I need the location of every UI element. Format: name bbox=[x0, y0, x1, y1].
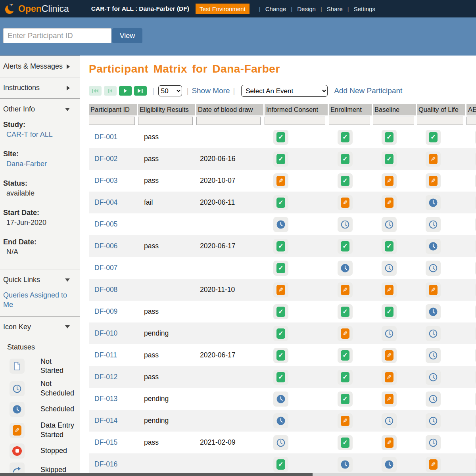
not-scheduled-status-box[interactable] bbox=[426, 348, 441, 363]
column-header-ae[interactable]: AE bbox=[466, 104, 476, 115]
complete-status-box[interactable]: ✓ bbox=[273, 370, 288, 385]
data-entry-started-status-box[interactable]: ✎ bbox=[426, 173, 441, 188]
complete-status-box[interactable]: ✓ bbox=[273, 261, 288, 276]
sidebar-item-other-info[interactable]: Other Info bbox=[0, 99, 80, 120]
sidebar-item-icon-key[interactable]: Icon Key bbox=[0, 317, 80, 338]
not-scheduled-status-box[interactable] bbox=[426, 392, 441, 407]
not-scheduled-status-box[interactable] bbox=[338, 217, 353, 232]
add-new-participant-link[interactable]: Add New Participant bbox=[334, 86, 402, 95]
not-scheduled-status-box[interactable] bbox=[426, 217, 441, 232]
data-entry-started-status-box[interactable]: ✎ bbox=[382, 392, 397, 407]
column-filter-input[interactable] bbox=[138, 117, 193, 125]
complete-status-box[interactable]: ✓ bbox=[273, 152, 288, 167]
complete-status-box[interactable]: ✓ bbox=[273, 239, 288, 254]
site-link[interactable]: Dana-Farber bbox=[6, 160, 77, 168]
column-filter-input[interactable] bbox=[265, 117, 325, 125]
data-entry-started-status-box[interactable]: ✎ bbox=[338, 282, 353, 298]
data-entry-started-status-box[interactable]: ✎ bbox=[338, 195, 353, 210]
column-filter-input[interactable] bbox=[196, 117, 261, 125]
scheduled-status-box[interactable] bbox=[273, 392, 288, 407]
scheduled-status-box[interactable] bbox=[273, 217, 288, 232]
complete-status-box[interactable]: ✓ bbox=[338, 173, 353, 188]
sidebar-item-instructions[interactable]: Instructions bbox=[0, 77, 80, 98]
participant-id-link[interactable]: DF-005 bbox=[89, 220, 137, 228]
not-scheduled-status-box[interactable] bbox=[273, 435, 288, 450]
complete-status-box[interactable]: ✓ bbox=[273, 130, 288, 145]
horizontal-scrollbar-thumb[interactable] bbox=[0, 473, 313, 476]
not-scheduled-status-box[interactable] bbox=[426, 435, 441, 450]
data-entry-started-status-box[interactable]: ✎ bbox=[382, 195, 397, 210]
data-entry-started-status-box[interactable]: ✎ bbox=[426, 457, 441, 472]
data-entry-started-status-box[interactable]: ✎ bbox=[382, 370, 397, 385]
participant-id-link[interactable]: DF-002 bbox=[89, 155, 137, 163]
participant-id-link[interactable]: DF-004 bbox=[89, 198, 137, 207]
column-filter-input[interactable] bbox=[373, 117, 414, 125]
participant-id-link[interactable]: DF-003 bbox=[89, 177, 137, 185]
data-entry-started-status-box[interactable]: ✎ bbox=[426, 152, 441, 167]
participant-id-link[interactable]: DF-007 bbox=[89, 264, 137, 272]
data-entry-started-status-box[interactable]: ✎ bbox=[382, 435, 397, 450]
data-entry-started-status-box[interactable]: ✎ bbox=[382, 282, 397, 298]
nav-item-design[interactable]: Design bbox=[297, 6, 316, 12]
complete-status-box[interactable]: ✓ bbox=[273, 348, 288, 363]
complete-status-box[interactable]: ✓ bbox=[338, 130, 353, 145]
column-filter-input[interactable] bbox=[89, 117, 135, 125]
complete-status-box[interactable]: ✓ bbox=[382, 152, 397, 167]
nav-item-settings[interactable]: Settings bbox=[354, 6, 375, 12]
column-header-eligibility-results[interactable]: Eligibility Results bbox=[138, 104, 195, 115]
complete-status-box[interactable]: ✓ bbox=[338, 304, 353, 319]
complete-status-box[interactable]: ✓ bbox=[338, 348, 353, 363]
data-entry-started-status-box[interactable]: ✎ bbox=[273, 173, 288, 188]
scheduled-status-box[interactable] bbox=[426, 239, 441, 254]
complete-status-box[interactable]: ✓ bbox=[338, 239, 353, 254]
participant-id-link[interactable]: DF-015 bbox=[89, 438, 137, 447]
not-scheduled-status-box[interactable] bbox=[426, 370, 441, 385]
participant-id-link[interactable]: DF-012 bbox=[89, 373, 137, 381]
test-environment-badge[interactable]: Test Environment bbox=[196, 4, 250, 14]
column-header-baseline[interactable]: Baseline bbox=[373, 104, 416, 115]
not-scheduled-status-box[interactable] bbox=[382, 261, 397, 276]
sidebar-item-quick-links[interactable]: Quick Links bbox=[0, 269, 80, 290]
participant-id-link[interactable]: DF-014 bbox=[89, 416, 137, 425]
column-header-quality-of-life[interactable]: Quality of Life bbox=[417, 104, 465, 115]
data-entry-started-status-box[interactable]: ✎ bbox=[273, 282, 288, 298]
participant-id-link[interactable]: DF-006 bbox=[89, 242, 137, 250]
participant-id-link[interactable]: DF-016 bbox=[89, 460, 137, 468]
queries-assigned-link[interactable]: Queries Assigned to Me bbox=[0, 290, 80, 316]
nav-item-change[interactable]: Change bbox=[265, 6, 286, 12]
complete-status-box[interactable]: ✓ bbox=[382, 304, 397, 319]
scheduled-status-box[interactable] bbox=[338, 261, 353, 276]
scheduled-status-box[interactable] bbox=[426, 195, 441, 210]
complete-status-box[interactable]: ✓ bbox=[338, 392, 353, 407]
participant-id-link[interactable]: DF-001 bbox=[89, 133, 137, 141]
complete-status-box[interactable]: ✓ bbox=[273, 195, 288, 210]
show-more-link[interactable]: Show More bbox=[192, 86, 230, 95]
column-filter-input[interactable] bbox=[329, 117, 370, 125]
previous-page-button[interactable] bbox=[104, 86, 117, 96]
participant-id-link[interactable]: DF-009 bbox=[89, 307, 137, 316]
page-size-select[interactable]: 50 bbox=[158, 85, 182, 96]
openclinica-logo[interactable]: OpenClinica bbox=[5, 3, 69, 15]
data-entry-started-status-box[interactable]: ✎ bbox=[338, 326, 353, 341]
not-scheduled-status-box[interactable] bbox=[426, 326, 441, 341]
data-entry-started-status-box[interactable]: ✎ bbox=[338, 413, 353, 428]
column-header-enrollment[interactable]: Enrollment bbox=[329, 104, 372, 115]
not-scheduled-status-box[interactable] bbox=[382, 413, 397, 428]
column-header-informed-consent[interactable]: Informed Consent bbox=[265, 104, 328, 115]
complete-status-box[interactable]: ✓ bbox=[382, 239, 397, 254]
last-page-button[interactable] bbox=[134, 86, 147, 96]
not-scheduled-status-box[interactable] bbox=[426, 413, 441, 428]
scheduled-status-box[interactable] bbox=[382, 457, 397, 472]
complete-status-box[interactable]: ✓ bbox=[273, 457, 288, 472]
complete-status-box[interactable]: ✓ bbox=[273, 326, 288, 341]
complete-status-box[interactable]: ✓ bbox=[338, 435, 353, 450]
next-page-button[interactable] bbox=[119, 86, 132, 96]
complete-status-box[interactable]: ✓ bbox=[426, 130, 441, 145]
column-filter-input[interactable] bbox=[417, 117, 463, 125]
scheduled-status-box[interactable] bbox=[338, 457, 353, 472]
data-entry-started-status-box[interactable]: ✎ bbox=[382, 173, 397, 188]
not-scheduled-status-box[interactable] bbox=[426, 261, 441, 276]
view-button[interactable]: View bbox=[112, 28, 142, 43]
participant-id-link[interactable]: DF-013 bbox=[89, 395, 137, 403]
data-entry-started-status-box[interactable]: ✎ bbox=[382, 348, 397, 363]
